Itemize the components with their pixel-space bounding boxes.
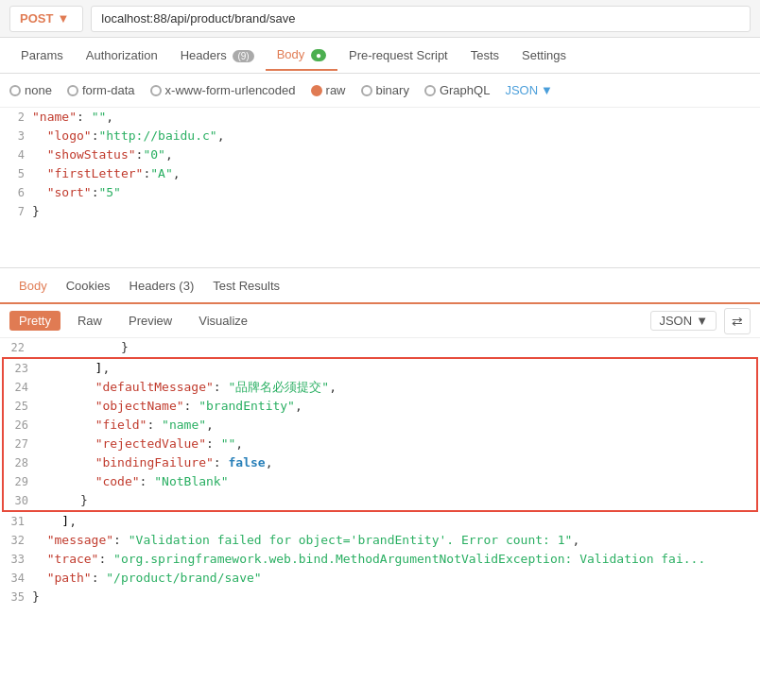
tab-pre-request-label: Pre-request Script bbox=[349, 48, 448, 62]
resp-tab-cookies[interactable]: Cookies bbox=[57, 271, 120, 300]
resp-opt-visualize[interactable]: Visualize bbox=[189, 311, 257, 331]
filter-icon-symbol: ⇄ bbox=[732, 314, 743, 329]
json-format-dropdown[interactable]: JSON ▼ bbox=[505, 83, 553, 97]
resp-tab-body-label: Body bbox=[19, 279, 47, 293]
tab-pre-request[interactable]: Pre-request Script bbox=[337, 41, 459, 70]
resp-opt-pretty[interactable]: Pretty bbox=[9, 311, 60, 331]
radio-form-data bbox=[67, 85, 78, 96]
resp-line-35: 35 } bbox=[0, 588, 760, 606]
resp-line-27: 27 "rejectedValue": "", bbox=[4, 435, 756, 453]
resp-tab-headers[interactable]: Headers (3) bbox=[120, 271, 204, 300]
highlighted-json-block: 23 ], 24 "defaultMessage": "品牌名必须提交", 25… bbox=[2, 357, 758, 512]
url-bar: POST ▼ bbox=[0, 0, 760, 38]
method-chevron: ▼ bbox=[57, 11, 69, 26]
body-type-none-label: none bbox=[25, 83, 52, 97]
tab-headers[interactable]: Headers (9) bbox=[169, 41, 266, 70]
response-tabs: Body Cookies Headers (3) Test Results bbox=[0, 268, 760, 304]
response-format-chevron: ▼ bbox=[696, 314, 708, 328]
code-line-7: 7 } bbox=[0, 202, 760, 221]
resp-line-31: 31 ], bbox=[0, 512, 760, 531]
response-format-label: JSON bbox=[659, 314, 692, 328]
body-type-form-data-label: form-data bbox=[82, 83, 135, 97]
code-line-6: 6 "sort":"5" bbox=[0, 183, 760, 202]
tab-tests-label: Tests bbox=[471, 48, 499, 62]
resp-tab-body[interactable]: Body bbox=[9, 271, 57, 300]
resp-line-29: 29 "code": "NotBlank" bbox=[4, 472, 756, 491]
body-type-raw[interactable]: raw bbox=[311, 83, 346, 97]
code-line-3: 3 "logo":"http://baidu.c", bbox=[0, 127, 760, 145]
json-dropdown-chevron: ▼ bbox=[541, 83, 553, 97]
body-type-binary[interactable]: binary bbox=[361, 83, 409, 97]
method-label: POST bbox=[20, 11, 53, 26]
json-format-label: JSON bbox=[505, 83, 538, 97]
tab-authorization-label: Authorization bbox=[86, 48, 158, 62]
resp-opt-preview[interactable]: Preview bbox=[119, 311, 181, 331]
resp-tab-test-results-label: Test Results bbox=[213, 279, 280, 293]
body-type-graphql[interactable]: GraphQL bbox=[424, 83, 490, 97]
radio-graphql bbox=[424, 85, 436, 96]
resp-line-32: 32 "message": "Validation failed for obj… bbox=[0, 531, 760, 550]
tab-settings[interactable]: Settings bbox=[510, 41, 578, 70]
radio-raw bbox=[311, 85, 322, 96]
resp-tab-test-results[interactable]: Test Results bbox=[203, 271, 289, 300]
resp-line-34: 34 "path": "/product/brand/save" bbox=[0, 569, 760, 588]
resp-line-26: 26 "field": "name", bbox=[4, 416, 756, 435]
response-body-options: Pretty Raw Preview Visualize JSON ▼ ⇄ bbox=[0, 304, 760, 338]
tab-body[interactable]: Body ● bbox=[266, 40, 337, 71]
body-type-form-data[interactable]: form-data bbox=[67, 83, 135, 97]
resp-opt-raw[interactable]: Raw bbox=[68, 311, 112, 331]
request-tabs: Params Authorization Headers (9) Body ● … bbox=[0, 38, 760, 74]
resp-opt-preview-label: Preview bbox=[129, 314, 172, 328]
tab-body-label: Body ● bbox=[277, 47, 326, 61]
resp-opt-visualize-label: Visualize bbox=[199, 314, 248, 328]
body-type-urlencoded-label: x-www-form-urlencoded bbox=[165, 83, 296, 97]
url-input[interactable] bbox=[91, 6, 751, 32]
radio-binary bbox=[361, 85, 372, 96]
method-select[interactable]: POST ▼ bbox=[9, 6, 83, 32]
body-type-binary-label: binary bbox=[376, 83, 409, 97]
resp-line-28: 28 "bindingFailure": false, bbox=[4, 453, 756, 472]
tab-params[interactable]: Params bbox=[9, 41, 75, 70]
tab-headers-label: Headers (9) bbox=[181, 48, 254, 62]
resp-line-24: 24 "defaultMessage": "品牌名必须提交", bbox=[4, 378, 756, 397]
request-code-editor[interactable]: 2 "name": "", 3 "logo":"http://baidu.c",… bbox=[0, 108, 760, 268]
resp-line-33: 33 "trace": "org.springframework.web.bin… bbox=[0, 550, 760, 569]
resp-line-25: 25 "objectName": "brandEntity", bbox=[4, 397, 756, 416]
resp-tab-headers-label: Headers (3) bbox=[130, 279, 195, 293]
body-type-none[interactable]: none bbox=[9, 83, 52, 97]
response-format-select[interactable]: JSON ▼ bbox=[650, 311, 717, 331]
body-type-raw-label: raw bbox=[326, 83, 346, 97]
resp-opt-raw-label: Raw bbox=[78, 314, 102, 328]
tab-authorization[interactable]: Authorization bbox=[75, 41, 169, 70]
tab-settings-label: Settings bbox=[522, 48, 566, 62]
resp-opt-pretty-label: Pretty bbox=[19, 314, 51, 328]
resp-tab-cookies-label: Cookies bbox=[66, 279, 111, 293]
radio-urlencoded bbox=[150, 85, 162, 96]
code-line-2: 2 "name": "", bbox=[0, 108, 760, 127]
body-type-urlencoded[interactable]: x-www-form-urlencoded bbox=[150, 83, 296, 97]
body-type-selector: none form-data x-www-form-urlencoded raw… bbox=[0, 74, 760, 108]
code-line-4: 4 "showStatus":"0", bbox=[0, 145, 760, 164]
resp-line-23: 23 ], bbox=[4, 359, 756, 378]
tab-tests[interactable]: Tests bbox=[459, 41, 510, 70]
response-json-editor: 22 } 23 ], 24 "defaultMessage": "品牌名必须提交… bbox=[0, 338, 760, 606]
tab-params-label: Params bbox=[21, 48, 63, 62]
code-line-5: 5 "firstLetter":"A", bbox=[0, 164, 760, 183]
body-type-graphql-label: GraphQL bbox=[440, 83, 490, 97]
resp-line-30: 30 } bbox=[4, 491, 756, 510]
filter-icon[interactable]: ⇄ bbox=[724, 308, 751, 334]
radio-none bbox=[9, 85, 21, 96]
resp-line-22: 22 } bbox=[0, 338, 760, 357]
